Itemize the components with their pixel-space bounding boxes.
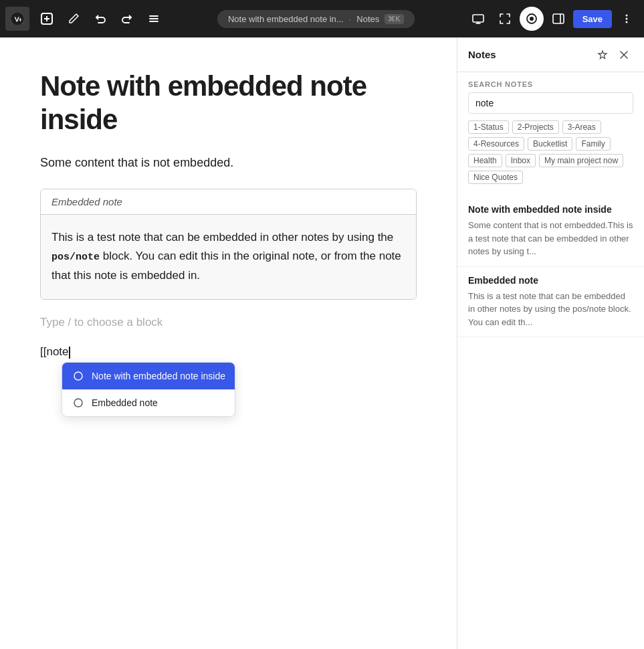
circle-active-button[interactable] xyxy=(520,7,544,31)
result-title-1: Note with embedded note inside xyxy=(468,204,633,215)
tag-bucketlist[interactable]: Bucketlist xyxy=(528,137,572,151)
note-icon-2 xyxy=(72,396,85,409)
sidebar-search-input[interactable] xyxy=(468,92,633,114)
toolbar-right: Save xyxy=(466,7,639,31)
sidebar-close-button[interactable] xyxy=(615,45,633,64)
editor-title[interactable]: Note with embedded note inside xyxy=(40,70,417,137)
redo-button[interactable] xyxy=(115,7,139,31)
sidebar-search-label: SEARCH NOTES xyxy=(457,72,644,92)
sidebar-title: Notes xyxy=(468,49,496,60)
note-icon-1 xyxy=(72,369,85,383)
wp-logo xyxy=(5,7,29,31)
svg-point-16 xyxy=(626,21,628,23)
result-preview-2: This is a test note that can be embedded… xyxy=(468,290,633,329)
sidebar-header-actions xyxy=(593,45,633,64)
svg-rect-7 xyxy=(473,15,484,22)
panel-toggle-button[interactable] xyxy=(546,7,570,31)
list-view-button[interactable] xyxy=(142,7,166,31)
tag-4-resources[interactable]: 4-Resources xyxy=(468,137,524,151)
type-hint: Type / to choose a block xyxy=(40,316,417,329)
tags-container: 1-Status 2-Projects 3-Areas 4-Resources … xyxy=(457,120,644,191)
tag-health[interactable]: Health xyxy=(468,154,502,167)
sidebar-star-button[interactable] xyxy=(593,45,612,64)
breadcrumb-context: Notes xyxy=(356,14,379,24)
autocomplete-item-2-label: Embedded note xyxy=(92,397,158,408)
svg-point-11 xyxy=(530,17,534,21)
result-preview-1: Some content that is not embedded.This i… xyxy=(468,219,633,258)
tag-my-main-project[interactable]: My main project now xyxy=(539,154,623,167)
tag-1-status[interactable]: 1-Status xyxy=(468,120,509,134)
embedded-body-text-2: block. You can edit this in the original… xyxy=(51,250,401,282)
autocomplete-dropdown: Note with embedded note inside Embedded … xyxy=(62,362,235,417)
autocomplete-item-1[interactable]: Note with embedded note inside xyxy=(62,363,235,389)
main-layout: Note with embedded note inside Some cont… xyxy=(0,37,644,649)
editor-area: Note with embedded note inside Some cont… xyxy=(0,37,457,649)
embedded-block-body: This is a test note that can be embedded… xyxy=(41,215,416,300)
breadcrumb-sep: · xyxy=(349,14,352,24)
pen-button[interactable] xyxy=(62,7,86,31)
svg-point-15 xyxy=(626,18,628,20)
undo-button[interactable] xyxy=(88,7,112,31)
breadcrumb-shortcut: ⌘K xyxy=(385,14,403,24)
sidebar-header: Notes xyxy=(457,37,644,72)
editor-body-text[interactable]: Some content that is not embedded. xyxy=(40,153,417,173)
more-options-button[interactable] xyxy=(615,7,639,31)
desktop-view-button[interactable] xyxy=(466,7,490,31)
tag-family[interactable]: Family xyxy=(576,137,610,151)
result-item-1[interactable]: Note with embedded note inside Some cont… xyxy=(457,196,644,267)
tag-nice-quotes[interactable]: Nice Quotes xyxy=(468,171,523,184)
embedded-body-code: pos/note xyxy=(51,252,100,263)
result-item-2[interactable]: Embedded note This is a test note that c… xyxy=(457,267,644,338)
breadcrumb-title: Note with embedded note in... xyxy=(228,14,344,24)
svg-rect-12 xyxy=(553,14,564,23)
sidebar: Notes SEARCH NOTES 1-Status 2-Projects 3… xyxy=(457,37,644,649)
autocomplete-item-2[interactable]: Embedded note xyxy=(62,389,235,416)
svg-point-17 xyxy=(74,372,82,380)
toolbar: Note with embedded note in... · Notes ⌘K… xyxy=(0,0,644,37)
cursor xyxy=(69,347,70,359)
sidebar-results: Note with embedded note inside Some cont… xyxy=(457,191,644,649)
autocomplete-item-1-label: Note with embedded note inside xyxy=(92,371,225,381)
breadcrumb: Note with embedded note in... · Notes ⌘K xyxy=(169,10,463,28)
save-button[interactable]: Save xyxy=(573,10,612,28)
breadcrumb-pill[interactable]: Note with embedded note in... · Notes ⌘K xyxy=(217,10,415,28)
embedded-body-text-1: This is a test note that can be embedded… xyxy=(51,231,393,244)
svg-point-14 xyxy=(626,15,628,17)
note-input-line: [[note xyxy=(40,345,417,359)
embedded-block: Embedded note This is a test note that c… xyxy=(40,189,417,300)
tag-inbox[interactable]: Inbox xyxy=(506,154,536,167)
add-block-button[interactable] xyxy=(35,7,59,31)
embedded-block-header: Embedded note xyxy=(41,189,416,215)
note-input-text: [[note xyxy=(40,345,69,358)
fullscreen-button[interactable] xyxy=(493,7,517,31)
tag-2-projects[interactable]: 2-Projects xyxy=(512,120,559,134)
svg-marker-20 xyxy=(599,51,607,59)
tag-3-areas[interactable]: 3-Areas xyxy=(562,120,601,134)
svg-point-19 xyxy=(74,399,82,407)
result-title-2: Embedded note xyxy=(468,275,633,286)
